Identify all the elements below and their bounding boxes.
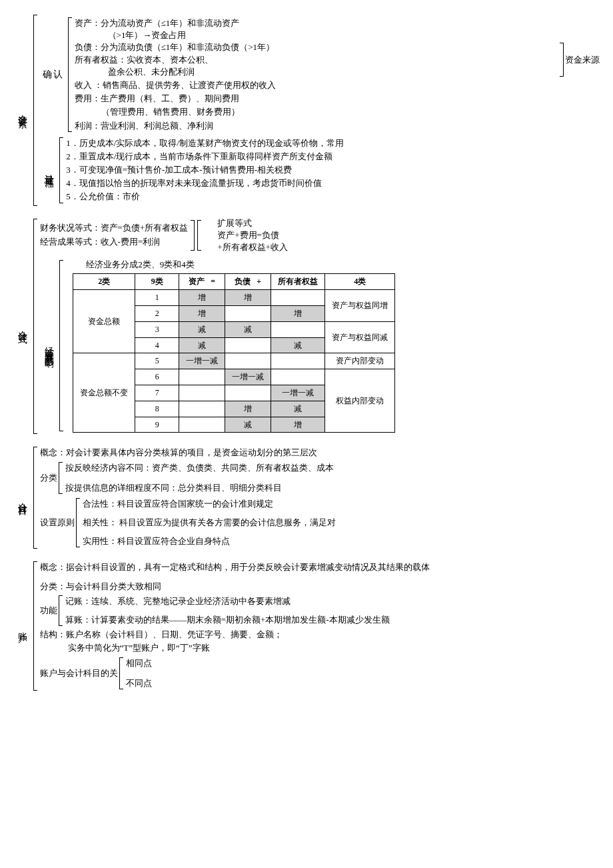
bracket-icon (33, 561, 37, 691)
td: 一增一减 (225, 369, 271, 385)
td: 增 (179, 305, 225, 321)
confirm-block: 确认 资产：分为流动资产（≤1年）和非流动资产 （>1年）→资金占用 负债：分为… (40, 16, 600, 133)
bracket-icon (68, 17, 72, 132)
label-account: 账户 (13, 560, 32, 692)
equation-content: 财务状况等式：资产=负债+所有者权益 经营成果等式：收入-费用=利润 扩展等式 … (40, 217, 600, 436)
td: 1 (135, 290, 179, 306)
bracket-icon (119, 657, 123, 689)
impact-label: 经济业务对等式的影响 (40, 259, 59, 433)
ext-eq: 资产+费用=负债 (217, 229, 288, 241)
text-line: 按提供信息的详细程度不同：总分类科目、明细分类科目 (65, 482, 334, 494)
table-row: 2类 9类 资产 = 负债 + 所有者权益 4类 (73, 274, 395, 290)
class-label: 分类 (40, 461, 57, 495)
measure-label: 计量属性 (40, 136, 59, 205)
td: 增 (225, 401, 271, 417)
struct-line2: 实务中简化为“T”型账户，即“丁”字账 (40, 642, 600, 654)
bracket-icon (33, 219, 37, 435)
table-row: 资金总额不变 5 一增一减 资产内部变动 (73, 353, 395, 369)
td: 9 (135, 417, 179, 433)
text-line: 收入 ：销售商品、提供劳务、让渡资产使用权的收入 (75, 79, 600, 91)
td: 资产与权益同减 (325, 321, 395, 353)
td: 一增一减 (271, 385, 325, 401)
td: 增 (271, 417, 325, 433)
account-content: 概念：据会计科目设置的，具有一定格式和结构，用于分类反映会计要素增减变动情况及其… (40, 560, 600, 692)
section-account: 账户 概念：据会计科目设置的，具有一定格式和结构，用于分类反映会计要素增减变动情… (13, 560, 600, 692)
equations-left: 财务状况等式：资产=负债+所有者权益 经营成果等式：收入-费用=利润 (40, 220, 189, 250)
table-row: 资金总额 1 增 增 资产与权益同增 (73, 290, 395, 306)
text-line: （>1年）→资金占用 (75, 29, 600, 41)
td: 一增一减 (179, 353, 225, 369)
func-block: 功能 记账：连续、系统、完整地记录企业经济活动中各要素增减 算账：计算要素变动的… (40, 594, 600, 627)
section-equation: 会计等式 财务状况等式：资产=负债+所有者权益 经营成果等式：收入-费用=利润 … (13, 217, 600, 436)
text-line: 合法性：科目设置应符合国家统一的会计准则规定 (83, 498, 336, 510)
confirm-label: 确认 (40, 68, 67, 81)
struct-line: 结构：账户名称（会计科目）、日期、凭证字号、摘要、金额； (40, 629, 600, 641)
equation-text: 经营成果等式：收入-费用=利润 (40, 236, 189, 248)
td: 2 (135, 305, 179, 321)
principle-lines: 合法性：科目设置应符合国家统一的会计准则规定 相关性： 科目设置应为提供有关各方… (83, 497, 336, 549)
th: 负债 + (225, 274, 271, 290)
func-label: 功能 (40, 594, 57, 627)
td: 减 (179, 321, 225, 337)
td: 增 (179, 290, 225, 306)
td: 减 (271, 401, 325, 417)
concept-line: 概念：对会计要素具体内容分类核算的项目，是资金运动划分的第三层次 (40, 447, 600, 459)
td (179, 385, 225, 401)
bracket-icon (33, 15, 37, 206)
text-line: 1．历史成本/实际成本，取得/制造某财产物资支付的现金或等价物，常用 (66, 137, 600, 149)
label-elements: 会计要素 (13, 13, 32, 207)
text-line: 负债：分为流动负债（≤1年）和非流动负债（>1年） (75, 41, 557, 53)
bracket-icon (59, 595, 63, 626)
bracket-icon (191, 220, 195, 251)
td: 增 (225, 290, 271, 306)
text-line: 3．可变现净值=预计售价-加工成本-预计销售费用-相关税费 (66, 164, 600, 176)
td (179, 417, 225, 433)
bracket-icon (560, 43, 564, 77)
text-line: 资产：分为流动资产（≤1年）和非流动资产 (75, 17, 600, 29)
text-line: 记账：连续、系统、完整地记录企业经济活动中各要素增减 (65, 595, 600, 607)
text-line: 费用：生产费用（料、工、费）、期间费用 (75, 93, 600, 105)
text-line: 所有者权益：实收资本、资本公积、 (75, 54, 557, 66)
text-line: 2．重置成本/现行成本，当前市场条件下重新取得同样资产所支付金额 (66, 151, 600, 163)
td (271, 369, 325, 385)
td (225, 385, 271, 401)
source-label: 资金来源 (565, 41, 600, 78)
td (179, 369, 225, 385)
impact-content: 经济业务分成2类、9类和4类 2类 9类 资产 = 负债 + 所有者权益 4类 … (66, 259, 395, 433)
equation-text: 财务状况等式：资产=负债+所有者权益 (40, 222, 189, 234)
text-line: 实用性：科目设置应符合企业自身特点 (83, 535, 336, 547)
bracket-icon (59, 260, 63, 431)
text-line: 利润：营业利润、利润总额、净利润 (75, 120, 600, 132)
td (225, 337, 271, 353)
relation-block: 账户与会计科目的关 相同点 不同点 (40, 656, 600, 691)
th: 4类 (325, 274, 395, 290)
td (179, 401, 225, 417)
bracket-icon (33, 447, 37, 549)
measure-block: 计量属性 1．历史成本/实际成本，取得/制造某财产物资支付的现金或等价物，常用 … (40, 136, 600, 205)
td (225, 353, 271, 369)
text-line: 盈余公积、未分配利润 (75, 66, 557, 78)
elements-content: 确认 资产：分为流动资产（≤1年）和非流动资产 （>1年）→资金占用 负债：分为… (40, 13, 600, 207)
label-equation: 会计等式 (13, 217, 32, 436)
td: 资产与权益同增 (325, 290, 395, 322)
td: 6 (135, 369, 179, 385)
label-subject: 会计科目 (13, 445, 32, 550)
principle-label: 设置原则 (40, 497, 75, 549)
td: 8 (135, 401, 179, 417)
td: 减 (179, 337, 225, 353)
principle-block: 设置原则 合法性：科目设置应符合国家统一的会计准则规定 相关性： 科目设置应为提… (40, 497, 600, 549)
bracket-icon (59, 462, 63, 494)
td: 资产内部变动 (325, 353, 395, 369)
table-title: 经济业务分成2类、9类和4类 (86, 259, 395, 271)
func-lines: 记账：连续、系统、完整地记录企业经济活动中各要素增减 算账：计算要素变动的结果—… (65, 594, 600, 627)
td: 权益内部变动 (325, 369, 395, 433)
td: 减 (225, 321, 271, 337)
bracket-icon (197, 220, 201, 251)
ext-eq: +所有者权益+收入 (217, 241, 288, 253)
td: 7 (135, 385, 179, 401)
td: 3 (135, 321, 179, 337)
subject-content: 概念：对会计要素具体内容分类核算的项目，是资金运动划分的第三层次 分类 按反映经… (40, 445, 600, 550)
td: 5 (135, 353, 179, 369)
section-elements: 会计要素 确认 资产：分为流动资产（≤1年）和非流动资产 （>1年）→资金占用 … (13, 13, 600, 207)
text-line: 按反映经济内容不同：资产类、负债类、共同类、所有者权益类、成本 (65, 462, 334, 474)
